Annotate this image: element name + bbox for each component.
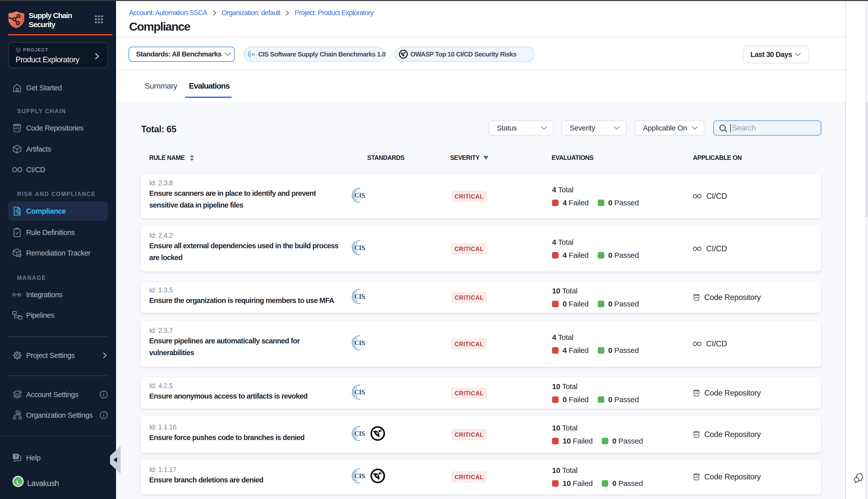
svg-text:CIS: CIS: [354, 244, 365, 252]
svg-text:?: ?: [14, 454, 17, 459]
svg-text:CIS: CIS: [354, 293, 365, 300]
svg-text:CIS: CIS: [354, 430, 365, 437]
svg-text:CIS: CIS: [354, 472, 365, 480]
svg-text:CIS: CIS: [250, 52, 255, 56]
svg-text:CIS: CIS: [354, 388, 365, 396]
svg-text:CIS: CIS: [354, 192, 365, 199]
svg-text:CIS: CIS: [354, 339, 365, 346]
